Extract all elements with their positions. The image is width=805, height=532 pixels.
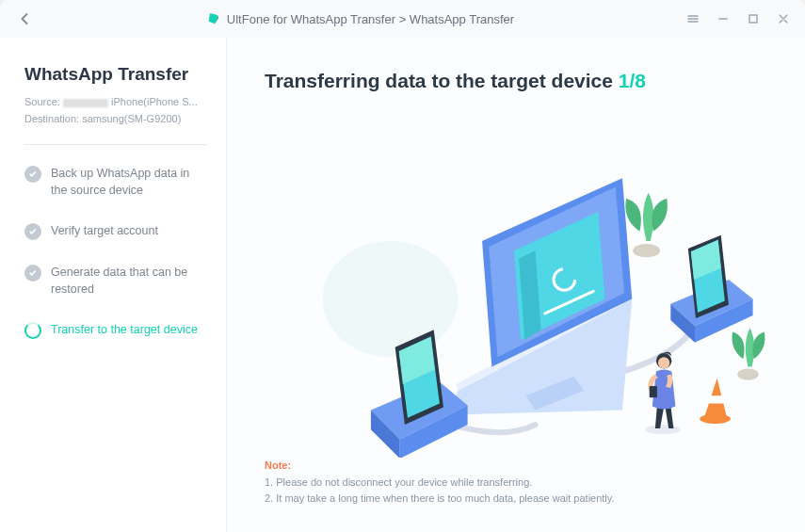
phone-dock-right-icon xyxy=(670,235,752,343)
check-circle-icon xyxy=(24,265,41,282)
svg-point-30 xyxy=(658,357,669,368)
laptop-icon xyxy=(448,178,632,415)
device-info: Source: iPhone(iPhone S... Destination: … xyxy=(24,94,207,127)
sidebar: WhatsApp Transfer Source: iPhone(iPhone … xyxy=(0,38,226,532)
sidebar-title: WhatsApp Transfer xyxy=(24,64,207,85)
step-verify: Verify target account xyxy=(24,223,207,240)
app-logo-icon xyxy=(206,11,221,26)
step-label: Transfer to the target device xyxy=(51,322,198,339)
step-icon xyxy=(24,265,41,282)
traffic-cone-icon xyxy=(700,379,731,424)
arrow-left-icon xyxy=(15,9,34,28)
source-label: Source: xyxy=(24,96,63,107)
illustration xyxy=(265,111,767,458)
heading-text: Transferring data to the target device xyxy=(265,70,613,91)
minimize-button[interactable] xyxy=(716,12,730,25)
note-block: Note: 1. Please do not disconnect your d… xyxy=(265,458,767,513)
main-heading: Transferring data to the target device 1… xyxy=(265,70,767,92)
note-label: Note: xyxy=(265,459,291,471)
redacted-source-name xyxy=(63,99,108,107)
plant-right-icon xyxy=(732,328,765,379)
svg-point-27 xyxy=(646,425,681,434)
dest-device: samsung(SM-G9200) xyxy=(82,113,181,124)
menu-icon xyxy=(686,12,700,25)
titlebar: UltFone for WhatsApp Transfer > WhatsApp… xyxy=(0,0,805,38)
svg-rect-28 xyxy=(650,386,657,397)
breadcrumb-app: UltFone for WhatsApp Transfer xyxy=(227,12,395,26)
note-line-1: 1. Please do not disconnect your device … xyxy=(265,476,532,488)
breadcrumb-sep: > xyxy=(395,12,410,26)
close-icon xyxy=(777,12,790,25)
check-circle-icon xyxy=(24,223,41,240)
main-panel: Transferring data to the target device 1… xyxy=(226,38,805,532)
source-device: iPhone(iPhone S... xyxy=(108,96,198,107)
titlebar-center: UltFone for WhatsApp Transfer > WhatsApp… xyxy=(34,11,686,26)
close-button[interactable] xyxy=(777,12,790,25)
svg-rect-0 xyxy=(749,15,757,23)
step-label: Verify target account xyxy=(51,223,158,240)
step-icon xyxy=(24,322,41,339)
app-window: UltFone for WhatsApp Transfer > WhatsApp… xyxy=(0,0,805,532)
person-icon xyxy=(646,352,681,435)
progress-counter: 1/8 xyxy=(619,70,646,91)
svg-point-22 xyxy=(633,244,660,257)
step-transfer: Transfer to the target device xyxy=(24,322,207,339)
step-icon xyxy=(24,223,41,240)
svg-marker-25 xyxy=(708,395,723,403)
spinner-icon xyxy=(24,322,41,339)
menu-button[interactable] xyxy=(686,12,700,25)
note-line-2: 2. It may take a long time when there is… xyxy=(265,492,615,504)
step-backup: Back up WhatsApp data in the source devi… xyxy=(24,166,207,199)
svg-point-26 xyxy=(700,414,731,424)
step-generate: Generate data that can be restored xyxy=(24,265,207,298)
step-label: Back up WhatsApp data in the source devi… xyxy=(51,166,207,199)
back-button[interactable] xyxy=(15,9,34,28)
bg-blob-icon xyxy=(323,241,459,357)
svg-point-23 xyxy=(737,368,759,379)
plant-left-icon xyxy=(625,193,668,258)
divider xyxy=(24,144,207,145)
breadcrumb: UltFone for WhatsApp Transfer > WhatsApp… xyxy=(227,12,514,26)
step-icon xyxy=(24,166,41,183)
window-controls xyxy=(686,12,790,25)
breadcrumb-page: WhatsApp Transfer xyxy=(410,12,514,26)
app-body: WhatsApp Transfer Source: iPhone(iPhone … xyxy=(0,38,805,532)
dest-label: Destination: xyxy=(24,113,82,124)
maximize-icon xyxy=(747,12,760,25)
transfer-illustration xyxy=(265,111,767,458)
source-line: Source: iPhone(iPhone S... xyxy=(24,94,207,111)
cable-right-icon xyxy=(622,332,690,371)
check-circle-icon xyxy=(24,166,41,183)
minimize-icon xyxy=(716,12,730,25)
step-label: Generate data that can be restored xyxy=(51,265,207,298)
maximize-button[interactable] xyxy=(747,12,760,25)
dest-line: Destination: samsung(SM-G9200) xyxy=(24,111,207,128)
